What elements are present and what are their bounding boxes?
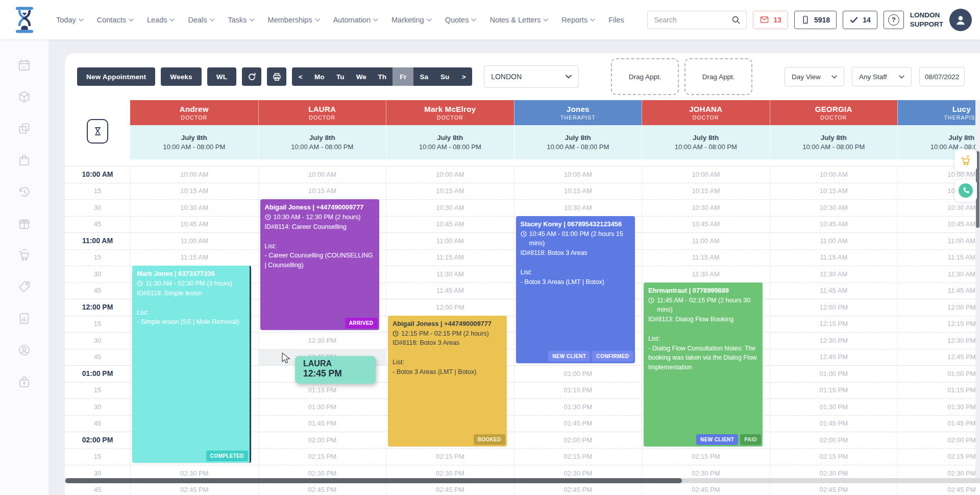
time-slot-cell[interactable]: 02:00 PM — [259, 432, 386, 449]
staff-header-jones[interactable]: JonesTHERAPIST — [514, 100, 642, 125]
weekday-mo-button[interactable]: Mo — [309, 67, 330, 86]
time-slot-cell[interactable]: 11:15 AM — [770, 249, 898, 266]
drag-appointment-slot-2[interactable]: Drag Appt. — [684, 58, 752, 95]
prev-day-button[interactable]: < — [292, 67, 309, 86]
time-slot-cell[interactable]: 10:30 AM — [131, 199, 258, 216]
package-icon[interactable] — [17, 90, 31, 104]
gift-icon[interactable] — [17, 217, 31, 230]
time-slot-cell[interactable]: 02:15 PM — [259, 449, 386, 465]
time-slot-cell[interactable]: 02:15 PM — [898, 449, 980, 465]
avatar[interactable] — [949, 9, 972, 31]
weekday-we-button[interactable]: We — [351, 67, 372, 86]
nav-item-leads[interactable]: Leads — [147, 16, 175, 24]
time-slot-cell[interactable]: 02:45 PM — [131, 482, 258, 495]
time-slot-cell[interactable]: 12:00 PM — [898, 299, 980, 316]
cart-icon[interactable] — [17, 248, 31, 262]
view-select[interactable]: Day View — [785, 67, 844, 86]
time-slot-cell[interactable]: 01:45 PM — [770, 415, 898, 432]
nav-item-quotes[interactable]: Quotes — [445, 16, 477, 24]
time-slot-cell[interactable]: 02:45 PM — [770, 482, 898, 495]
staff-header-lucy[interactable]: LucyTHERAPIST — [897, 100, 980, 125]
report-icon[interactable] — [17, 312, 31, 325]
horizontal-scrollbar[interactable] — [65, 478, 980, 483]
time-slot-cell[interactable]: 10:15 AM — [642, 183, 770, 200]
time-slot-cell[interactable]: 02:15 PM — [386, 449, 514, 465]
time-slot-cell[interactable]: 10:15 AM — [131, 183, 258, 200]
nav-item-automation[interactable]: Automation — [333, 16, 378, 24]
app-logo-icon[interactable] — [13, 6, 37, 34]
time-slot-cell[interactable]: 01:45 PM — [514, 415, 642, 432]
nav-item-deals[interactable]: Deals — [188, 16, 214, 24]
nav-item-memberships[interactable]: Memberships — [268, 16, 320, 24]
weekday-su-button[interactable]: Su — [434, 67, 455, 86]
whatsapp-floating-button[interactable] — [954, 179, 977, 202]
time-slot-cell[interactable]: 01:30 PM — [259, 398, 386, 415]
phone-calls-button[interactable]: 5918 — [794, 11, 837, 29]
time-slot-cell[interactable]: 02:45 PM — [259, 482, 386, 495]
messages-button[interactable]: 13 — [753, 11, 788, 29]
time-slot-cell[interactable]: 01:30 PM — [898, 398, 980, 415]
time-slot-cell[interactable]: 12:30 PM — [898, 332, 980, 349]
search-icon[interactable] — [731, 15, 741, 25]
bag-icon[interactable] — [17, 153, 31, 167]
time-slot-cell[interactable]: 01:15 PM — [898, 382, 980, 399]
time-slot-cell[interactable]: 11:00 AM — [642, 232, 770, 249]
time-slot-cell[interactable]: 11:00 AM — [386, 232, 514, 249]
history-icon[interactable] — [17, 185, 31, 199]
search-box[interactable] — [647, 11, 747, 29]
time-slot-cell[interactable]: 12:45 PM — [770, 349, 898, 366]
time-slot-cell[interactable]: 01:00 PM — [898, 365, 980, 382]
time-slot-cell[interactable]: 02:15 PM — [770, 449, 898, 465]
time-slot-cell[interactable]: 02:00 PM — [514, 432, 642, 449]
new-appointment-button[interactable]: New Appointment — [77, 67, 155, 86]
time-slot-cell[interactable]: 02:45 PM — [898, 482, 980, 495]
time-slot-cell[interactable]: 11:30 AM — [898, 266, 980, 282]
calendar-icon[interactable]: 12 — [17, 58, 31, 72]
time-slot-cell[interactable]: 11:00 AM — [898, 232, 980, 249]
cart-floating-button[interactable] — [954, 149, 977, 172]
weekday-sa-button[interactable]: Sa — [413, 67, 434, 86]
nav-item-tasks[interactable]: Tasks — [228, 16, 255, 24]
next-day-button[interactable]: > — [455, 67, 472, 86]
time-slot-cell[interactable]: 01:15 PM — [514, 382, 642, 399]
time-slot-cell[interactable]: 12:15 PM — [898, 316, 980, 333]
copy-icon[interactable] — [17, 122, 31, 135]
time-slot-cell[interactable]: 11:30 AM — [642, 266, 770, 282]
weekday-th-button[interactable]: Th — [372, 67, 393, 86]
time-slot-cell[interactable]: 10:00 AM — [386, 166, 514, 183]
time-slot-cell[interactable]: 12:30 PM — [259, 332, 386, 349]
time-slot-cell[interactable]: 10:00 AM — [131, 166, 258, 183]
help-button[interactable]: ? — [884, 11, 904, 29]
time-slot-cell[interactable]: 12:15 PM — [770, 316, 898, 333]
refresh-button[interactable] — [242, 67, 261, 86]
appointment-card[interactable]: Ehrmantraut | 077899988911:45 AM - 02:15… — [644, 282, 763, 446]
staff-header-laura[interactable]: LAURADOCTOR — [258, 100, 386, 125]
time-slot-cell[interactable]: 12:00 PM — [770, 299, 898, 316]
time-slot-cell[interactable]: 11:30 AM — [770, 266, 898, 282]
time-slot-cell[interactable]: 10:15 AM — [514, 183, 642, 200]
weekday-fr-button[interactable]: Fr — [393, 67, 413, 86]
staff-header-georgia[interactable]: GEORGIADOCTOR — [770, 100, 898, 125]
time-slot-cell[interactable]: 02:15 PM — [642, 449, 770, 465]
time-slot-cell[interactable]: 11:15 AM — [898, 249, 980, 266]
appointment-card[interactable]: Mark Jones | 637337733611:30 AM - 02:30 … — [132, 266, 251, 463]
search-input[interactable] — [654, 16, 731, 24]
time-slot-cell[interactable]: 01:00 PM — [770, 365, 898, 382]
time-slot-cell[interactable]: 01:45 PM — [259, 415, 386, 432]
time-slot-cell[interactable]: 01:15 PM — [259, 382, 386, 399]
nav-item-files[interactable]: Files — [608, 16, 624, 24]
time-slot-cell[interactable]: 01:00 PM — [514, 365, 642, 382]
time-slot-cell[interactable]: 01:45 PM — [898, 415, 980, 432]
time-slot-cell[interactable]: 10:15 AM — [770, 183, 898, 200]
time-slot-cell[interactable]: 10:45 AM — [131, 216, 258, 233]
time-slot-cell[interactable]: 02:45 PM — [642, 482, 770, 495]
time-slot-cell[interactable]: 10:15 AM — [386, 183, 514, 200]
weeks-button[interactable]: Weeks — [161, 67, 202, 86]
appointment-card[interactable]: Abigail Joness | +44749000977710:30 AM -… — [260, 199, 379, 330]
tasks-done-button[interactable]: 14 — [843, 11, 877, 29]
staff-header-johana[interactable]: JOHANADOCTOR — [642, 100, 770, 125]
horizontal-scrollbar-thumb[interactable] — [65, 478, 682, 483]
date-picker[interactable]: 08/07/2022 — [919, 67, 965, 86]
time-slot-cell[interactable]: 02:00 PM — [770, 432, 898, 449]
appointment-card[interactable]: Stacey Korey | 06789543212345610:45 AM -… — [516, 216, 635, 364]
